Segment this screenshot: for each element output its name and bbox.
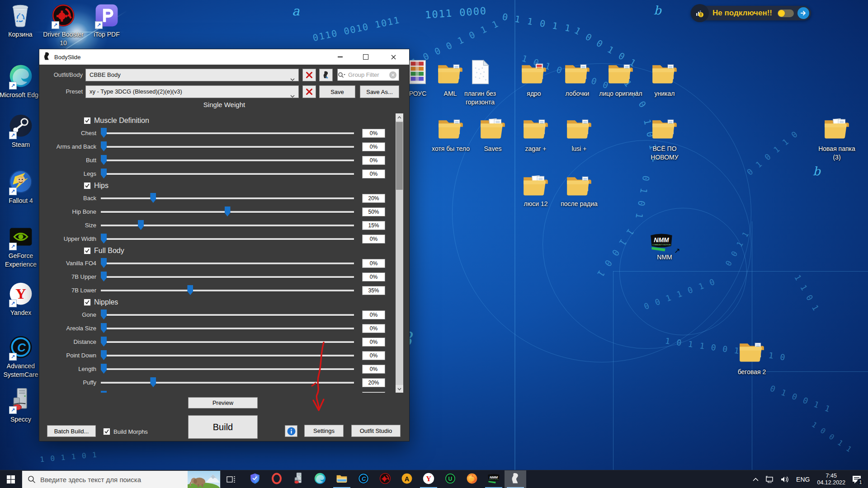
slider-handle[interactable] (101, 310, 107, 319)
taskbar-app-aimp[interactable]: A (396, 470, 418, 488)
slider-handle[interactable] (101, 391, 107, 393)
slider-handle[interactable] (101, 272, 107, 282)
taskbar-app-asc[interactable]: C (353, 470, 374, 488)
taskbar-app-speccy[interactable] (288, 470, 309, 488)
desktop-icon-advanced-systemcare[interactable]: C↗Advanced SystemCare (0, 335, 42, 379)
taskbar-app-iobit-u[interactable]: U (439, 470, 461, 488)
slider-handle[interactable] (101, 155, 107, 165)
close-button[interactable] (384, 49, 402, 65)
scroll-down-icon[interactable] (396, 385, 403, 393)
slider-track[interactable] (101, 238, 354, 240)
slider-track[interactable] (101, 290, 354, 291)
slider-handle[interactable] (101, 169, 107, 178)
desktop-folder-begovaya-2[interactable]: беговая 2 (729, 340, 774, 376)
desktop-folder-lyusi-12[interactable]: люси 12 (513, 174, 558, 208)
slider-track[interactable] (101, 173, 354, 175)
taskbar-app-yandex[interactable]: Y (418, 470, 439, 488)
preview-button[interactable]: Preview (188, 397, 258, 408)
group-filter-input[interactable]: Group Filter ✕ (337, 69, 399, 81)
start-button[interactable] (0, 470, 22, 488)
taskbar-app-driverbooster[interactable] (374, 470, 396, 488)
taskbar-app-explorer[interactable] (331, 470, 353, 488)
slider-track[interactable] (101, 146, 354, 148)
desktop-folder-vse-po-novomu[interactable]: ВСЁ ПО НОВОМУ (642, 117, 687, 162)
desktop-folder-posle-radia[interactable]: после радиа (557, 174, 602, 208)
slider-handle[interactable] (150, 193, 156, 203)
slider-track[interactable] (101, 197, 354, 199)
scrollbar[interactable] (396, 113, 403, 393)
desktop-folder-lusi[interactable]: lusi + (557, 117, 602, 153)
desktop-folder-plugin-no-horizon[interactable]: плагин без горизонта (458, 61, 503, 107)
desktop-icon-itop-pdf[interactable]: ↗iTop PDF (85, 4, 128, 39)
section-checkbox[interactable] (84, 299, 91, 306)
info-button[interactable] (285, 425, 297, 437)
slider-handle[interactable] (150, 377, 156, 387)
task-view-button[interactable] (221, 470, 241, 488)
window-titlebar[interactable]: BodySlide (39, 49, 409, 65)
taskbar-app-firefox[interactable] (461, 470, 483, 488)
scroll-up-icon[interactable] (396, 113, 403, 121)
slider-handle[interactable] (101, 128, 107, 138)
save-as-button[interactable]: Save As... (360, 85, 399, 98)
slider-handle[interactable] (101, 258, 107, 268)
action-center-button[interactable]: 1 (849, 470, 866, 488)
clear-filter-icon[interactable]: ✕ (389, 71, 396, 79)
volume-icon[interactable] (777, 470, 793, 488)
slider-track[interactable] (101, 132, 354, 134)
slider-track[interactable] (101, 263, 354, 264)
slider-handle[interactable] (225, 206, 231, 216)
outfit-studio-button[interactable]: Outfit Studio (351, 425, 401, 437)
minimize-button[interactable] (331, 49, 349, 65)
slider-track[interactable] (101, 328, 354, 329)
desktop-icon-driver-booster[interactable]: ↗Driver Booster 10 (42, 4, 85, 47)
desktop-folder-novaya-papka-3[interactable]: Новая папка (3) (814, 117, 859, 162)
section-checkbox[interactable] (84, 182, 91, 189)
preset-dropdown[interactable]: xy - Type 3DCG (Blessed)(2)(e)(v3) (85, 85, 299, 98)
slider-handle[interactable] (101, 364, 107, 374)
settings-button[interactable]: Settings (304, 425, 344, 437)
taskbar-app-iobit-shield[interactable] (244, 470, 266, 488)
desktop-folder-lobochki[interactable]: лобочки (555, 61, 600, 98)
slider-track[interactable] (101, 355, 354, 357)
taskbar-search-input[interactable]: Введите здесь текст для поиска (22, 470, 221, 488)
section-checkbox[interactable] (84, 247, 91, 254)
desktop-icon-microsoft-edge[interactable]: ↗Microsoft Edge (0, 64, 42, 99)
desktop-folder-lico-original[interactable]: лицо оригинал (598, 61, 643, 98)
desktop-folder-yadro[interactable]: ядро (511, 61, 557, 98)
desktop-folder-zagar[interactable]: zagar + (513, 117, 558, 153)
slider-handle[interactable] (101, 337, 107, 347)
desktop-icon-geforce-experience[interactable]: ↗GeForce Experience (0, 225, 42, 269)
taskbar-app-nmm[interactable]: NMMCOMMUNITY EDITION (483, 470, 505, 488)
desktop-folder-hotya-by-telo[interactable]: хотя бы тело (428, 117, 473, 153)
desktop-icon-yandex[interactable]: Y↗Yandex (0, 282, 42, 317)
slider-handle[interactable] (138, 220, 144, 230)
desktop-icon-recycle-bin[interactable]: Корзина (0, 4, 42, 39)
taskbar-app-edge[interactable] (309, 470, 331, 488)
maximize-button[interactable] (357, 49, 375, 65)
connection-toggle[interactable] (778, 9, 794, 17)
slider-track[interactable] (101, 341, 354, 343)
build-morphs-checkbox[interactable] (103, 428, 110, 435)
desktop-folder-saves[interactable]: Saves (470, 117, 515, 153)
outfit-delete-button[interactable] (302, 69, 316, 81)
preset-delete-button[interactable] (302, 85, 316, 98)
build-button[interactable]: Build (188, 415, 258, 439)
outfit-edit-button[interactable] (319, 69, 333, 81)
desktop-icon-fallout-4[interactable]: ↗Fallout 4 (0, 170, 42, 205)
desktop-icon-speccy[interactable]: ↗Speccy (0, 389, 42, 424)
taskbar-app-opera[interactable] (266, 470, 288, 488)
tray-chevron-up-icon[interactable] (750, 470, 762, 488)
desktop-folder-nmm[interactable]: NMMCOMMUNITY EDITION↗NMM (642, 230, 687, 262)
connection-go-button[interactable] (797, 7, 809, 19)
slider-handle[interactable] (187, 285, 193, 295)
slider-handle[interactable] (101, 323, 107, 333)
slider-track[interactable] (101, 382, 354, 384)
network-icon[interactable] (762, 470, 777, 488)
slider-handle[interactable] (101, 141, 107, 151)
language-indicator[interactable]: ENG (793, 476, 813, 483)
section-checkbox[interactable] (84, 117, 91, 124)
slider-handle[interactable] (101, 234, 107, 244)
slider-track[interactable] (101, 368, 354, 370)
clock[interactable]: 7:45 04.12.2022 (813, 473, 849, 486)
taskbar-app-bodyslide[interactable] (505, 470, 526, 488)
